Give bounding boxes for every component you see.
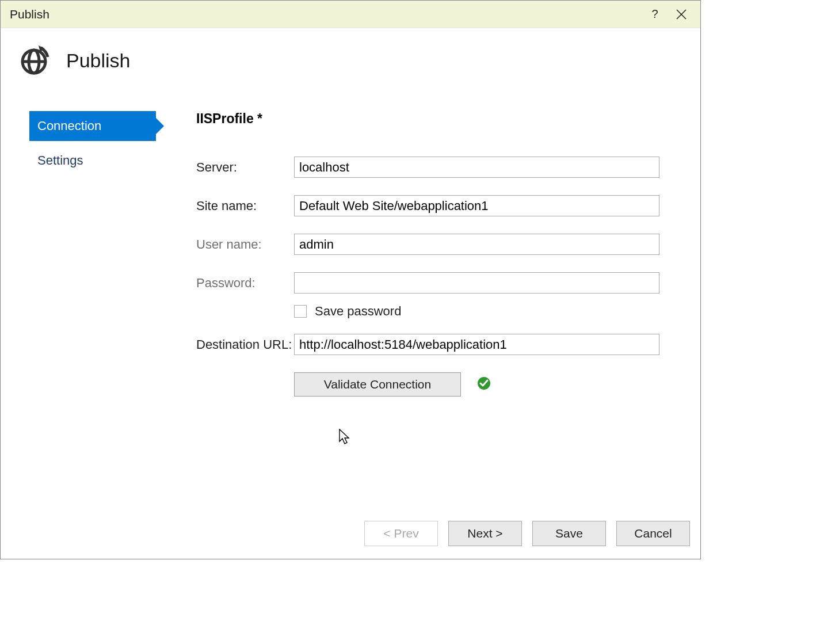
validation-success-icon [477,376,491,393]
validate-row: Validate Connection [294,372,666,397]
profile-name: IISProfile * [196,111,666,127]
site-row: Site name: [196,195,666,216]
save-password-checkbox[interactable] [294,305,307,318]
sidebar-item-label: Settings [37,153,83,168]
sidebar-item-label: Connection [37,119,101,134]
server-row: Server: [196,157,666,178]
cancel-button[interactable]: Cancel [616,521,690,546]
destination-input[interactable] [294,334,659,355]
save-button[interactable]: Save [532,521,606,546]
dialog-footer: < Prev Next > Save Cancel [1,521,700,559]
destination-row: Destination URL: [196,334,666,355]
server-input[interactable] [294,157,659,178]
globe-publish-icon [18,44,50,77]
page-title: Publish [66,49,131,72]
server-label: Server: [196,160,294,175]
sidebar-item-settings[interactable]: Settings [29,146,156,176]
main-panel: IISProfile * Server: Site name: User nam… [162,111,700,521]
user-input[interactable] [294,234,659,255]
site-label: Site name: [196,199,294,214]
dialog-body: Connection Settings IISProfile * Server:… [1,77,700,521]
password-label: Password: [196,276,294,291]
dialog-header: Publish [1,28,700,77]
user-label: User name: [196,237,294,252]
close-button[interactable] [668,1,695,28]
next-button[interactable]: Next > [448,521,522,546]
destination-label: Destination URL: [196,337,294,352]
validate-connection-button[interactable]: Validate Connection [294,372,461,397]
user-row: User name: [196,234,666,255]
sidebar-item-connection[interactable]: Connection [29,111,156,141]
save-password-row: Save password [294,304,666,319]
site-input[interactable] [294,195,659,216]
password-input[interactable] [294,272,659,294]
titlebar: Publish ? [1,1,700,28]
window-title: Publish [10,7,642,21]
publish-dialog: Publish ? Publish Connection [0,0,701,559]
sidebar: Connection Settings [1,111,162,521]
help-button[interactable]: ? [642,1,668,28]
password-row: Password: [196,272,666,294]
save-password-label: Save password [315,304,401,319]
prev-button[interactable]: < Prev [364,521,438,546]
close-icon [676,9,687,20]
